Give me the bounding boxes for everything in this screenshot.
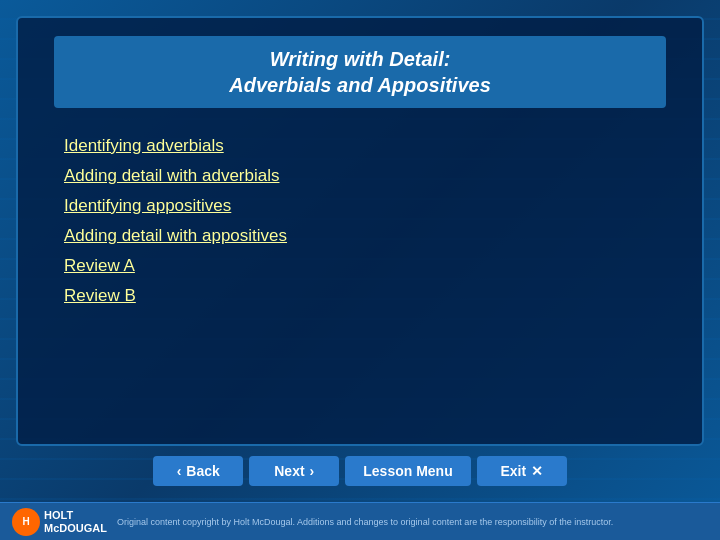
slide-title: Writing with Detail: Adverbials and Appo… [72, 46, 648, 98]
back-button[interactable]: ‹ Back [153, 456, 243, 486]
next-chevron-icon: › [310, 463, 315, 479]
menu-link-adding-appositives[interactable]: Adding detail with appositives [64, 226, 287, 245]
main-wrapper: Writing with Detail: Adverbials and Appo… [0, 0, 720, 540]
lesson-menu-label: Lesson Menu [363, 463, 452, 479]
menu-list: Identifying adverbialsAdding detail with… [54, 136, 666, 306]
back-chevron-icon: ‹ [177, 463, 182, 479]
holt-logo-icon: H [12, 508, 40, 536]
lesson-menu-button[interactable]: Lesson Menu [345, 456, 470, 486]
menu-item: Identifying appositives [64, 196, 666, 216]
exit-label: Exit [500, 463, 526, 479]
logo-text: HOLT McDOUGAL [44, 509, 107, 533]
menu-link-identifying-appositives[interactable]: Identifying appositives [64, 196, 231, 215]
title-box: Writing with Detail: Adverbials and Appo… [54, 36, 666, 108]
menu-item: Adding detail with adverbials [64, 166, 666, 186]
back-label: Back [186, 463, 219, 479]
footer: H HOLT McDOUGAL Original content copyrig… [0, 502, 720, 540]
menu-link-identifying-adverbials[interactable]: Identifying adverbials [64, 136, 224, 155]
next-button[interactable]: Next › [249, 456, 339, 486]
next-label: Next [274, 463, 304, 479]
menu-item: Adding detail with appositives [64, 226, 666, 246]
exit-button[interactable]: Exit ✕ [477, 456, 567, 486]
nav-bar: ‹ Back Next › Lesson Menu Exit ✕ [16, 456, 704, 486]
menu-link-review-b[interactable]: Review B [64, 286, 136, 305]
menu-item: Identifying adverbials [64, 136, 666, 156]
menu-item: Review A [64, 256, 666, 276]
exit-x-icon: ✕ [531, 463, 543, 479]
menu-link-adding-adverbials[interactable]: Adding detail with adverbials [64, 166, 279, 185]
content-panel: Writing with Detail: Adverbials and Appo… [16, 16, 704, 446]
footer-logo: H HOLT McDOUGAL [12, 508, 107, 536]
menu-link-review-a[interactable]: Review A [64, 256, 135, 275]
menu-item: Review B [64, 286, 666, 306]
footer-caption: Original content copyright by Holt McDou… [117, 517, 708, 527]
